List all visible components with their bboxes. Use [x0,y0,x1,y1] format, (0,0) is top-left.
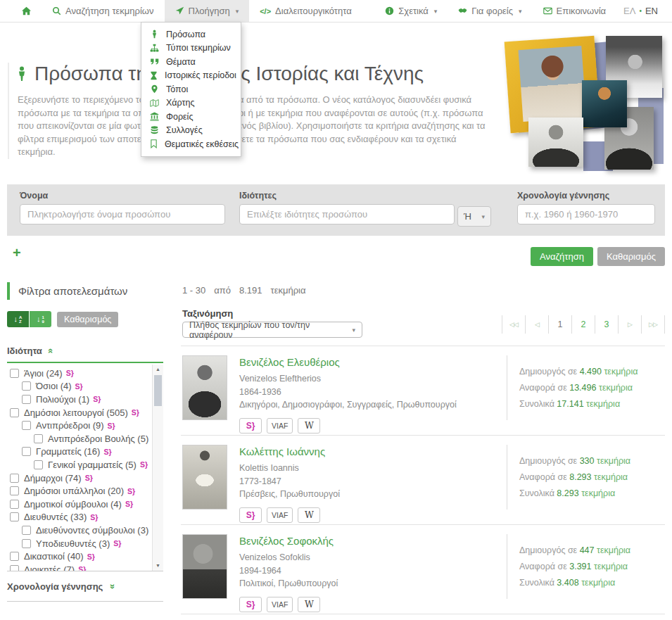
attribute-section-header[interactable]: Ιδιότητα « [7,346,163,356]
viaf-badge[interactable]: VIAF [267,418,293,434]
checkbox[interactable] [34,434,43,443]
filter-item[interactable]: Αντιπρόεδροι (9)S} [8,419,163,432]
lang-en[interactable]: EN [645,6,658,16]
checkbox[interactable] [10,565,19,571]
stat-unit[interactable]: τεκμήρια [586,399,620,409]
semantics-badge[interactable]: S} [87,552,95,561]
filter-item[interactable]: Γραμματείς (16)S} [8,445,163,459]
semantics-badge[interactable]: S} [108,422,115,430]
filter-item[interactable]: Πολιούχοι (1)S} [8,393,163,406]
wikipedia-badge[interactable]: W [298,597,320,612]
semantics-badge[interactable]: S} [239,597,262,612]
pagination-prev[interactable]: ◁ [526,315,549,334]
checkbox[interactable] [10,474,19,483]
checkbox[interactable] [34,460,43,469]
checkbox[interactable] [22,421,31,430]
wikipedia-badge[interactable]: W [298,507,320,523]
filter-item[interactable]: Δημόσιοι υπάλληλοι (20)S} [8,484,163,498]
semantics-badge[interactable]: S} [113,539,121,548]
semantics-badge[interactable]: S} [66,369,74,377]
pagination-page-3[interactable]: 3 [595,315,619,334]
semantics-badge[interactable]: S} [127,487,135,495]
attributes-input[interactable] [239,204,455,224]
semantics-badge[interactable]: S} [85,474,93,482]
semantics-badge[interactable]: S} [239,507,262,523]
person-name-link[interactable]: Βενιζέλος Σοφοκλής [239,535,507,547]
checkbox[interactable] [10,500,19,509]
nav-dropdown-item[interactable]: Φορείς [141,110,241,124]
pagination-first[interactable]: ◁◁ [502,315,526,334]
filter-item[interactable]: Δημοτικοί σύμβουλοι (4)S} [8,498,163,511]
checkbox[interactable] [22,447,31,456]
nav-dropdown-item[interactable]: Θεματικές εκθέσεις [141,137,241,151]
stat-value[interactable]: 447 [580,545,597,555]
sort-alpha-button[interactable]: ↓ AZ [7,311,29,327]
semantics-badge[interactable]: S} [239,418,262,434]
stat-unit[interactable]: τεκμήρια [599,383,633,393]
stat-value[interactable]: 4.490 [580,367,604,377]
checkbox[interactable] [22,381,31,391]
filter-item[interactable]: Αντιπρόεδροι Βουλής (5)S} [8,432,163,445]
person-name-link[interactable]: Κωλέττης Ιωάννης [239,445,507,457]
birth-section-header[interactable]: Χρονολογία γέννησης « [7,581,163,592]
viaf-badge[interactable]: VIAF [267,597,293,612]
person-photo[interactable] [182,355,227,420]
sort-count-button[interactable]: ↓ 19 [30,311,51,327]
filter-item[interactable]: Δικαστικοί (40)S} [8,550,163,563]
filter-item[interactable]: Άγιοι (24)S} [8,367,163,380]
nav-item-contact[interactable]: Επικοινωνία [533,0,617,22]
nav-dropdown-item[interactable]: Τύποι τεκμηρίων [141,42,241,56]
operator-select[interactable]: Ή ▾ [457,206,491,227]
clear-button[interactable]: Καθαρισμός [597,247,665,266]
checkbox[interactable] [10,512,19,521]
birth-year-input[interactable] [517,204,655,224]
name-input[interactable] [20,204,225,224]
stat-value[interactable]: 8.293 [569,472,594,482]
checkbox[interactable] [22,395,31,404]
pagination-last[interactable]: ▷▷ [642,315,665,334]
filter-item[interactable]: Διοικητές (7)S} [8,563,163,571]
viaf-badge[interactable]: VIAF [267,507,293,523]
stat-value[interactable]: 3.391 [569,562,594,571]
stat-value[interactable]: 3.408 [557,578,581,588]
filters-clear-button[interactable]: Καθαρισμός [57,312,118,327]
scrollbar-down-arrow[interactable]: ▼ [153,561,163,571]
semantics-badge[interactable]: S} [140,460,148,469]
nav-dropdown-item[interactable]: Συλλογές [141,124,241,138]
home-button[interactable] [11,0,42,22]
search-button[interactable]: Αναζήτηση [531,247,593,266]
person-photo[interactable] [182,445,227,510]
nav-item-item-search[interactable]: Αναζήτηση τεκμηρίων [42,0,165,22]
checkbox[interactable] [10,408,19,417]
checkbox[interactable] [22,526,31,535]
scrollbar[interactable]: ▲▼ [152,365,163,571]
pagination-page-1[interactable]: 1 [549,315,572,334]
semantics-badge[interactable]: S} [75,382,83,391]
nav-item-for-institutions[interactable]: Για φορείς ▾ [448,0,532,22]
nav-item-interoperability[interactable]: </> Διαλειτουργικότητα [249,0,362,22]
checkbox[interactable] [22,539,31,548]
stat-unit[interactable]: τεκμήρια [581,578,615,588]
nav-dropdown-item[interactable]: Ιστορικές περίοδοι [141,69,241,83]
semantics-badge[interactable]: S} [78,565,86,571]
stat-unit[interactable]: τεκμήρια [594,472,628,482]
filter-item[interactable]: Διευθύνοντες σύμβουλοι (3)S} [8,524,163,537]
person-name-link[interactable]: Βενιζέλος Ελευθέριος [239,356,507,368]
stat-value[interactable]: 8.293 [557,488,581,498]
nav-dropdown-item[interactable]: Πρόσωπα [141,27,241,42]
stat-unit[interactable]: τεκμήρια [581,488,615,498]
nav-dropdown-item[interactable]: Θέματα [141,55,241,69]
filter-item[interactable]: Υποδιευθυντές (3)S} [8,537,163,550]
stat-unit[interactable]: τεκμήρια [594,562,628,571]
lang-el[interactable]: ΕΛ [623,6,635,16]
filter-item[interactable]: Δήμαρχοι (74)S} [8,472,163,485]
stat-unit[interactable]: τεκμήρια [597,456,630,466]
add-criterion-button[interactable]: + [13,245,21,261]
scrollbar-thumb[interactable] [154,375,162,406]
pagination-page-2[interactable]: 2 [572,315,595,334]
sort-select[interactable]: Πλήθος τεκμηρίων που τον/την αναφέρουν ▾ [182,322,362,338]
nav-dropdown-item[interactable]: Χάρτης [141,96,241,110]
checkbox[interactable] [10,369,19,378]
stat-value[interactable]: 330 [580,456,597,466]
semantics-badge[interactable]: S} [93,395,101,403]
